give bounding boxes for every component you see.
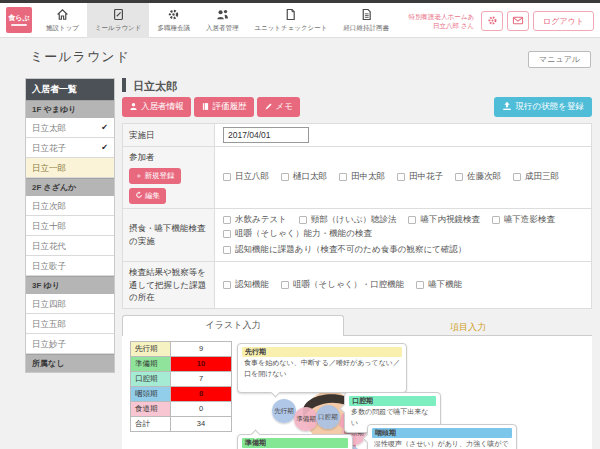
logout-button[interactable]: ログアウト	[533, 11, 594, 31]
callout-text: 食事を始めない、中断する／嗜好があってない／口を開けない	[242, 357, 402, 380]
exam-checkbox[interactable]: 咀嚼（そしゃく）能力・機能の検査	[223, 228, 372, 240]
checkbox-icon	[513, 173, 521, 181]
participant-checkbox[interactable]: 田中花子	[397, 171, 443, 183]
checkbox-icon	[223, 173, 231, 181]
checkbox-icon	[223, 216, 231, 224]
issue-checkbox[interactable]: 認知機能	[223, 279, 269, 291]
sidebar-item-resident[interactable]: 日立花代	[26, 236, 114, 256]
tab-bar: イラスト入力 項目入力	[122, 315, 592, 336]
sidebar-group-3f: 3F ゆり	[26, 276, 114, 294]
participant-checkbox[interactable]: 樋口太郎	[281, 171, 327, 183]
phase-value-alert: 8	[171, 387, 231, 401]
app-logo[interactable]: 食らぶ	[6, 7, 32, 33]
register-current-state-button[interactable]: 現行の状態を登録	[494, 97, 592, 117]
checkbox-icon	[339, 173, 347, 181]
sidebar-item-resident[interactable]: 日立妙子	[26, 334, 114, 354]
assessment-form: 実施日 参加者 ＋ 新規登録 編集	[122, 123, 592, 309]
participants-label-cell: 参加者 ＋ 新規登録 編集	[123, 147, 215, 209]
document-icon	[360, 8, 373, 22]
resident-name-header: 日立太郎	[122, 78, 592, 92]
sidebar-item-resident[interactable]: 日立次郎	[26, 196, 114, 216]
logo-text: 食らぶ	[8, 14, 29, 22]
upload-icon	[502, 101, 512, 113]
callout-text: 湿性嗄声（させい）があり、力強く咳ができない	[372, 438, 512, 449]
person-icon	[129, 102, 138, 113]
checkbox-icon	[281, 281, 289, 289]
resident-info-button[interactable]: 入居者情報	[122, 97, 191, 117]
tab-item-input[interactable]: 項目入力	[450, 322, 486, 332]
illustration-input-content: 先行期9 準備期10 口腔期7 咽頭期8 食道期0 合計34	[122, 336, 592, 449]
mail-button[interactable]	[507, 11, 529, 31]
phase-value: 7	[171, 372, 231, 386]
callout-intouki: 咽頭期 湿性嗄声（させい）があり、力強く咳ができない	[367, 424, 517, 449]
date-input[interactable]	[223, 127, 309, 143]
issue-checkbox[interactable]: 嚥下機能	[416, 279, 462, 291]
sidebar-item-resident[interactable]: ✔日立太郎	[26, 118, 114, 138]
callout-header: 準備期	[242, 438, 348, 448]
bubble-junbiki[interactable]: 準備期	[294, 407, 318, 431]
callout-senkouki: 先行期 食事を始めない、中断する／嗜好があってない／口を開けない	[237, 343, 407, 393]
people-icon	[216, 8, 229, 22]
settings-button[interactable]	[481, 11, 503, 31]
issue-checkbox[interactable]: 咀嚼（そしゃく）・口腔機能	[281, 279, 404, 291]
evaluation-history-button[interactable]: 評価履歴	[194, 97, 254, 117]
sidebar-item-resident[interactable]: 日立十郎	[26, 216, 114, 236]
checkbox-icon	[416, 281, 424, 289]
memo-button[interactable]: メモ	[257, 97, 300, 117]
sidebar-group-1f: 1F やまゆり	[26, 100, 114, 118]
participant-checkbox[interactable]: 日立八郎	[223, 171, 269, 183]
sidebar-item-resident-highlighted[interactable]: 日立一郎	[26, 158, 114, 178]
sidebar-group-none: 所属なし	[26, 354, 114, 372]
exam-checkbox[interactable]: 嚥下造影検査	[492, 214, 555, 226]
bubble-senkouki[interactable]: 先行期	[272, 399, 296, 423]
clipboard-icon	[112, 8, 125, 22]
nav-item-unit-checksheet[interactable]: ユニットチェックシート	[246, 3, 335, 38]
resident-sidebar: 入居者一覧 1F やまゆり ✔日立太郎 ✔日立花子 日立一郎 2F さざんか 日…	[25, 78, 115, 373]
tab-illustration-input[interactable]: イラスト入力	[122, 315, 344, 336]
sidebar-group-2f: 2F さざんか	[26, 178, 114, 196]
sidebar-item-resident[interactable]: ✔日立花子	[26, 138, 114, 158]
checkbox-icon	[223, 246, 231, 254]
sidebar-item-resident[interactable]: 日立四郎	[26, 294, 114, 314]
nav-item-meal-round[interactable]: ミールラウンド	[87, 3, 149, 38]
account-area: 特別養護老人ホームあ 日立八郎 さん ログアウト	[409, 11, 594, 31]
exam-checkbox[interactable]: 頸部（けいぶ）聴診法	[299, 214, 397, 226]
nav-item-conference[interactable]: 多職種会議	[149, 3, 198, 38]
participants-checkboxes: 日立八郎 樋口太郎 田中太郎 田中花子 佐藤次郎 成田三郎	[223, 171, 583, 183]
sidebar-item-resident[interactable]: 日立歌子	[26, 256, 114, 276]
callout-header: 咽頭期	[372, 428, 512, 438]
toolbar: 入居者情報 評価履歴 メモ 現行の状態を登録	[122, 97, 592, 117]
bubble-koukuuki[interactable]: 口腔期	[316, 405, 340, 429]
book-icon	[201, 102, 210, 113]
phase-total-value: 34	[171, 417, 231, 431]
nav-item-oral-plan[interactable]: 経口維持計画書	[335, 3, 397, 38]
edit-participants-button[interactable]: 編集	[129, 188, 166, 204]
plus-icon: ＋	[135, 171, 143, 181]
participants-label: 参加者	[129, 151, 208, 164]
phase-score-table: 先行期9 準備期10 口腔期7 咽頭期8 食道期0 合計34	[130, 341, 232, 432]
exam-checkbox[interactable]: 認知機能に課題あり（検査不可のため食事の観察にて確認）	[223, 244, 466, 256]
callout-header: 口腔期	[349, 396, 436, 406]
exam-checkbox[interactable]: 水飲みテスト	[223, 214, 287, 226]
check-icon: ✔	[101, 123, 108, 132]
checkbox-icon	[397, 173, 405, 181]
issue-options: 認知機能 咀嚼（そしゃく）・口腔機能 嚥下機能	[223, 279, 583, 291]
sidebar-item-resident[interactable]: 日立五郎	[26, 314, 114, 334]
participant-checkbox[interactable]: 佐藤次郎	[455, 171, 501, 183]
account-info: 特別養護老人ホームあ 日立八郎 さん	[409, 12, 474, 31]
gear-icon	[487, 14, 498, 29]
participant-checkbox[interactable]: 田中太郎	[339, 171, 385, 183]
sidebar-title: 入居者一覧	[26, 79, 114, 100]
phase-value-alert: 10	[171, 357, 231, 371]
exam-label: 摂食・嚥下機能検査の実施	[123, 208, 215, 261]
callout-header: 先行期	[242, 347, 402, 357]
exam-checkbox[interactable]: 嚥下内視鏡検査	[408, 214, 480, 226]
nav-item-resident-mgmt[interactable]: 入居者管理	[198, 3, 247, 38]
manual-button[interactable]: マニュアル	[528, 51, 591, 68]
home-icon	[56, 8, 69, 22]
nav-item-facility-top[interactable]: 施設トップ	[38, 3, 87, 38]
participant-checkbox[interactable]: 成田三郎	[513, 171, 559, 183]
facility-name: 特別養護老人ホームあ	[409, 12, 474, 21]
add-participant-button[interactable]: ＋ 新規登録	[129, 168, 181, 184]
exam-options-line1: 水飲みテスト 頸部（けいぶ）聴診法 嚥下内視鏡検査 嚥下造影検査	[223, 214, 583, 226]
